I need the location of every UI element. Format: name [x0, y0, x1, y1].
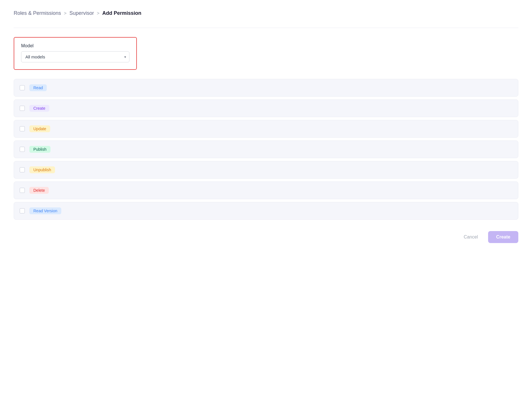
breadcrumb-supervisor[interactable]: Supervisor [69, 10, 94, 16]
permission-row-unpublish[interactable]: Unpublish [14, 161, 518, 179]
model-select[interactable]: All models [21, 51, 129, 62]
badge-delete: Delete [29, 187, 49, 194]
permission-row-publish[interactable]: Publish [14, 140, 518, 158]
breadcrumb-sep-1: > [64, 11, 66, 16]
model-label: Model [21, 43, 129, 48]
model-section: Model All models ▾ [14, 37, 137, 70]
checkbox-read[interactable] [20, 85, 25, 90]
permission-row-create[interactable]: Create [14, 99, 518, 117]
permissions-list: Read Create Update Publish Unpublish Del… [14, 79, 518, 220]
model-select-wrapper: All models ▾ [21, 51, 129, 62]
checkbox-publish[interactable] [20, 147, 25, 152]
permission-row-update[interactable]: Update [14, 120, 518, 138]
badge-create: Create [29, 105, 49, 112]
checkbox-unpublish[interactable] [20, 167, 25, 172]
breadcrumb-sep-2: > [97, 11, 99, 16]
footer-actions: Cancel Create [14, 231, 518, 249]
badge-update: Update [29, 125, 50, 132]
checkbox-create[interactable] [20, 106, 25, 111]
page-wrapper: Roles & Permissions > Supervisor > Add P… [0, 0, 532, 259]
badge-read: Read [29, 84, 47, 91]
badge-read-version: Read Version [29, 207, 61, 214]
cancel-button[interactable]: Cancel [458, 232, 484, 242]
checkbox-read-version[interactable] [20, 208, 25, 213]
breadcrumb: Roles & Permissions > Supervisor > Add P… [14, 10, 518, 16]
create-button[interactable]: Create [488, 231, 518, 243]
permission-row-read[interactable]: Read [14, 79, 518, 97]
header-divider [14, 28, 518, 28]
breadcrumb-roles[interactable]: Roles & Permissions [14, 10, 61, 16]
permission-row-delete[interactable]: Delete [14, 182, 518, 199]
checkbox-update[interactable] [20, 126, 25, 131]
badge-unpublish: Unpublish [29, 166, 55, 173]
checkbox-delete[interactable] [20, 188, 25, 193]
breadcrumb-current: Add Permission [102, 10, 141, 16]
permission-row-read-version[interactable]: Read Version [14, 202, 518, 220]
badge-publish: Publish [29, 146, 50, 153]
